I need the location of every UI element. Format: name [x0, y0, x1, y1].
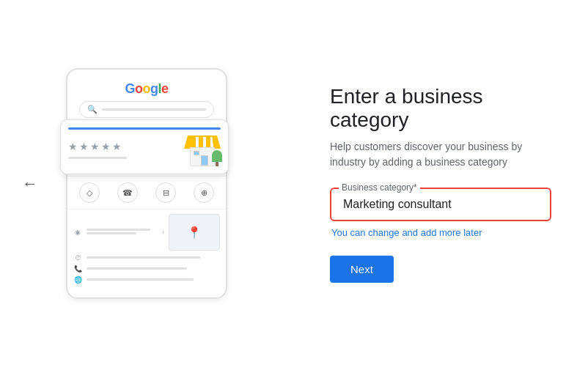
star-2: ★ [79, 141, 89, 152]
card-line-1 [68, 157, 127, 159]
next-button[interactable]: Next [330, 256, 394, 283]
star-1: ★ [68, 141, 78, 152]
page-title: Enter a business category [330, 85, 551, 132]
map-thumbnail: 📍 [169, 214, 220, 251]
field-label: Business category* [339, 182, 420, 193]
info-lines-3 [87, 267, 220, 271]
info-icon-4: 🌐 [73, 276, 82, 283]
tree-top [212, 150, 222, 162]
phone-search-icon: 🔍 [87, 105, 98, 114]
info-icon-3: 📞 [73, 265, 82, 273]
info-line-1a [87, 229, 150, 231]
google-logo-row: Google [73, 75, 220, 101]
info-icon-1: ◉ [73, 229, 82, 236]
star-4: ★ [101, 141, 111, 152]
info-row-4: 🌐 [73, 276, 220, 283]
info-lines-2 [87, 256, 220, 260]
info-row-1: ◉ › 📍 [73, 214, 220, 251]
store-window [194, 151, 199, 155]
back-arrow-button[interactable]: ← [22, 174, 38, 193]
info-lines-4 [87, 278, 220, 282]
page-subtitle: Help customers discover your business by… [330, 139, 551, 170]
store-illustration [184, 136, 221, 166]
card-top-bar [68, 127, 221, 130]
action-icon-call: ☎ [117, 182, 138, 203]
phone-search-line [102, 108, 206, 111]
business-category-input[interactable] [343, 198, 538, 211]
action-icon-directions: ◇ [79, 182, 100, 203]
chevron-icon-1: › [162, 229, 164, 236]
card-content: ★ ★ ★ ★ ★ [68, 136, 221, 166]
action-icon-share: ⊕ [194, 182, 214, 203]
store-roof-stripe [191, 137, 213, 147]
action-icon-save: ⊟ [155, 182, 176, 203]
info-line-3a [87, 267, 187, 270]
info-line-2a [87, 256, 200, 259]
google-logo: Google [125, 81, 168, 97]
info-line-4a [87, 278, 194, 281]
helper-text: You can change and add more later [330, 227, 551, 238]
map-pin-icon: 📍 [187, 226, 202, 240]
left-panel: ← Google 🔍 [0, 0, 293, 367]
stars-row: ★ ★ ★ ★ ★ [68, 141, 127, 152]
star-3: ★ [90, 141, 100, 152]
business-category-field-container: Business category* [330, 188, 551, 221]
info-row-2: ⏱ [73, 254, 220, 262]
right-panel: Enter a business category Help customers… [293, 56, 588, 312]
info-row-3: 📞 [73, 265, 220, 273]
business-card: ★ ★ ★ ★ ★ [60, 119, 229, 174]
tree-trunk [216, 162, 218, 166]
info-line-1b [87, 232, 136, 234]
info-lines-1 [87, 229, 158, 236]
store-tree [212, 150, 222, 166]
phone-search-bar: 🔍 [79, 101, 214, 118]
store-body [190, 147, 215, 166]
page-container: ← Google 🔍 [0, 0, 588, 367]
info-section: ◉ › 📍 ⏱ [67, 210, 226, 292]
info-icon-2: ⏱ [73, 254, 82, 262]
phone-mockup: Google 🔍 [66, 68, 227, 299]
star-5: ★ [112, 141, 122, 152]
action-icons-row: ◇ ☎ ⊟ ⊕ [67, 176, 226, 210]
store-door [201, 155, 208, 166]
